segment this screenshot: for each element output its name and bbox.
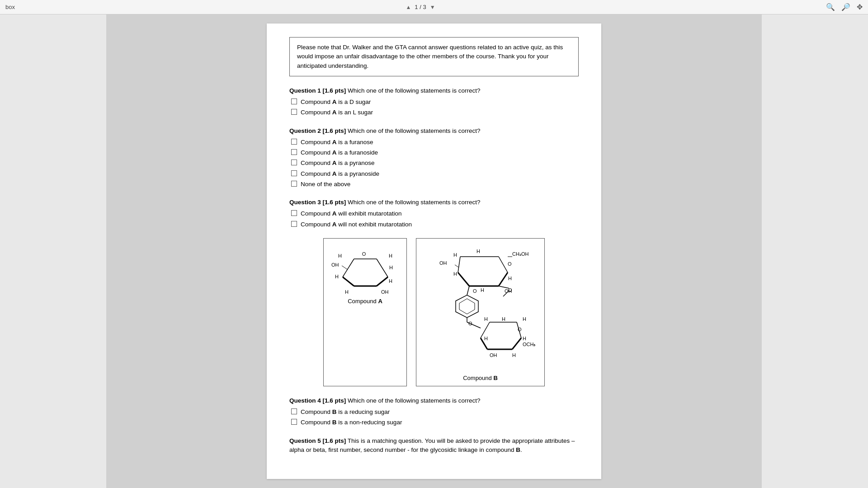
svg-text:H: H (335, 274, 339, 279)
q2-option-3[interactable]: Compound A is a pyranose (289, 159, 579, 168)
svg-text:H: H (338, 253, 342, 258)
svg-line-18 (499, 272, 508, 286)
q2-option-2[interactable]: Compound A is a furanoside (289, 148, 579, 157)
notice-text: Please note that Dr. Walker and the GTA … (297, 44, 563, 69)
document-area: Please note that Dr. Walker and the GTA … (106, 14, 762, 488)
right-sidebar (762, 14, 868, 488)
svg-text:OH: OH (505, 288, 512, 294)
svg-text:H: H (508, 276, 512, 281)
q2-checkbox-3[interactable] (291, 160, 297, 165)
svg-line-17 (499, 257, 508, 272)
compound-b-svg: O H OH H H H (420, 243, 542, 372)
q1-option-2[interactable]: Compound A is an L sugar (289, 108, 579, 117)
notice-box: Please note that Dr. Walker and the GTA … (289, 37, 579, 76)
svg-line-12 (342, 266, 347, 269)
q1-option-1-text: Compound A is a D sugar (301, 98, 371, 107)
svg-text:OH: OH (439, 260, 447, 266)
zoom-in-icon[interactable]: 🔎 (841, 3, 850, 11)
svg-text:O: O (468, 321, 472, 326)
q2-checkbox-4[interactable] (291, 170, 297, 176)
svg-text:O: O (518, 327, 522, 332)
question-4-block: Question 4 [1.6 pts] Which one of the fo… (289, 396, 579, 427)
q4-option-1-text: Compound B is a reducing sugar (301, 408, 390, 417)
svg-line-38 (467, 286, 469, 295)
compound-a-label: Compound A (348, 298, 382, 305)
q4-option-2[interactable]: Compound B is a non-reducing sugar (289, 418, 579, 427)
diagrams-row: O H H H H OH (289, 238, 579, 386)
question-5-block: Question 5 [1.6 pts] This is a matching … (289, 436, 579, 455)
prev-page-button[interactable]: ▲ (406, 4, 411, 10)
svg-text:CH₂OH: CH₂OH (512, 251, 528, 257)
svg-text:H: H (502, 316, 505, 322)
q1-option-2-text: Compound A is an L sugar (301, 108, 373, 117)
q4-option-2-text: Compound B is a non-reducing sugar (301, 418, 402, 427)
q2-checkbox-5[interactable] (291, 181, 297, 187)
svg-text:OCH₃: OCH₃ (523, 342, 535, 347)
q3-option-2[interactable]: Compound A will not exhibit mutarotation (289, 220, 579, 229)
left-sidebar (0, 14, 106, 488)
q2-option-2-text: Compound A is a furanoside (301, 148, 378, 157)
zoom-out-icon[interactable]: 🔍 (826, 3, 835, 11)
question-4-text: Question 4 [1.6 pts] Which one of the fo… (289, 396, 579, 405)
q2-option-1-text: Compound A is a furanose (301, 138, 373, 147)
q4-checkbox-1[interactable] (291, 408, 297, 414)
q4-option-1[interactable]: Compound B is a reducing sugar (289, 408, 579, 417)
question-2-text: Question 2 [1.6 pts] Which one of the fo… (289, 127, 579, 136)
svg-text:H: H (389, 278, 392, 284)
compound-b-box: O H OH H H H (416, 238, 545, 386)
page-indicator: 1 / 3 (415, 4, 426, 10)
question-4-stem: Which one of the following statements is… (346, 397, 480, 404)
toolbar-right: 🔍 🔎 ✥ (826, 3, 863, 11)
question-5-text: Question 5 [1.6 pts] This is a matching … (289, 436, 579, 455)
question-5-label: Question 5 [1.6 pts] (289, 437, 346, 444)
svg-line-5 (343, 259, 354, 277)
q2-option-4-text: Compound A is a pyranoside (301, 169, 379, 178)
next-page-button[interactable]: ▼ (430, 4, 435, 10)
app-name: box (5, 4, 15, 10)
svg-text:OH: OH (331, 262, 339, 267)
fullscreen-icon[interactable]: ✥ (857, 3, 863, 11)
compound-b-label: Compound B (463, 375, 498, 381)
svg-text:OH: OH (381, 289, 389, 295)
q3-checkbox-1[interactable] (291, 210, 297, 216)
q1-checkbox-1[interactable] (291, 99, 297, 104)
question-2-label: Question 2 [1.6 pts] (289, 127, 346, 134)
q2-checkbox-2[interactable] (291, 149, 297, 155)
svg-line-4 (343, 277, 354, 286)
q2-checkbox-1[interactable] (291, 139, 297, 145)
svg-text:O: O (473, 288, 477, 294)
q3-checkbox-2[interactable] (291, 221, 297, 227)
svg-text:OH: OH (490, 352, 497, 358)
page-navigation: ▲ 1 / 3 ▼ (406, 4, 435, 10)
q4-checkbox-2[interactable] (291, 419, 297, 425)
q2-option-3-text: Compound A is a pyranose (301, 159, 375, 168)
svg-line-25 (455, 265, 459, 267)
q1-option-1[interactable]: Compound A is a D sugar (289, 98, 579, 107)
svg-text:H: H (453, 252, 457, 258)
question-3-block: Question 3 [1.6 pts] Which one of the fo… (289, 198, 579, 229)
svg-text:O: O (508, 261, 512, 267)
svg-line-21 (458, 257, 460, 272)
q3-option-1[interactable]: Compound A will exhibit mutarotation (289, 209, 579, 218)
q2-option-4[interactable]: Compound A is a pyranoside (289, 169, 579, 178)
compound-a-box: O H H H H OH (323, 238, 407, 386)
svg-line-2 (377, 277, 388, 286)
svg-line-42 (512, 338, 521, 349)
svg-text:O: O (362, 251, 366, 257)
svg-text:H: H (512, 352, 516, 358)
q2-option-1[interactable]: Compound A is a furanose (289, 138, 579, 147)
svg-text:H: H (484, 336, 488, 341)
svg-text:H: H (523, 336, 526, 341)
svg-line-1 (377, 259, 388, 277)
question-4-label: Question 4 [1.6 pts] (289, 397, 346, 404)
svg-line-20 (458, 272, 469, 286)
q2-option-5[interactable]: None of the above (289, 180, 579, 189)
q3-option-2-text: Compound A will not exhibit mutarotation (301, 220, 412, 229)
q3-option-1-text: Compound A will exhibit mutarotation (301, 209, 402, 218)
question-1-text: Question 1 [1.6 pts] Which one of the fo… (289, 86, 579, 95)
question-1-stem: Which one of the following statements is… (346, 87, 480, 94)
main-layout: Please note that Dr. Walker and the GTA … (0, 14, 868, 488)
q1-checkbox-2[interactable] (291, 109, 297, 115)
svg-text:H: H (484, 316, 488, 322)
question-2-block: Question 2 [1.6 pts] Which one of the fo… (289, 127, 579, 189)
